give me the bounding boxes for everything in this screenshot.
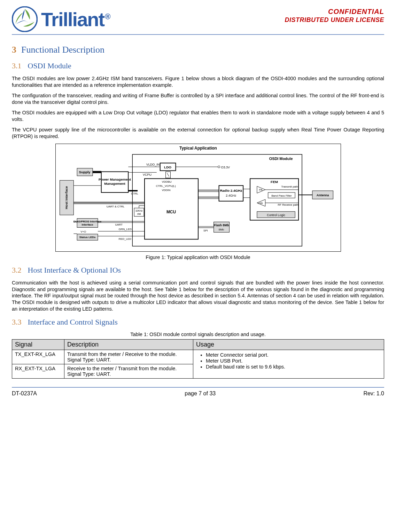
svg-text:UART & CTRL: UART & CTRL xyxy=(106,205,124,208)
svg-text:SPI: SPI xyxy=(203,229,208,233)
footer-doc-id: DT-0237A xyxy=(12,390,37,397)
table-1-caption: Table 1: OSDI module control signals des… xyxy=(12,332,384,337)
figure-1: Typical Application OSDI Module Host Int… xyxy=(12,144,384,253)
usage-item: Meter USB Port. xyxy=(206,358,381,364)
cell-signal: TX_EXT-RX_LGA xyxy=(12,350,64,364)
svg-text:Control Logic: Control Logic xyxy=(267,213,285,217)
svg-text:Supply: Supply xyxy=(79,170,91,174)
svg-text:V+O: V+O xyxy=(80,230,86,234)
svg-text:Status LEDs: Status LEDs xyxy=(79,236,95,239)
svg-text:Radio 2.4GHz: Radio 2.4GHz xyxy=(220,189,242,192)
svg-text:Host Interface: Host Interface xyxy=(64,186,68,210)
svg-text:O3.3V: O3.3V xyxy=(221,166,230,169)
svg-text:VDDIN: VDDIN xyxy=(162,189,170,192)
svg-point-0 xyxy=(12,7,37,31)
logo-block: Trilliant® xyxy=(12,6,110,32)
svg-text:MCU: MCU xyxy=(166,210,176,214)
figure-1-caption: Figure 1: Typical application with OSDI … xyxy=(12,254,384,260)
svg-text:UART: UART xyxy=(115,223,123,227)
svg-text:OSDI Module: OSDI Module xyxy=(269,157,293,161)
logo-text: Trilliant® xyxy=(41,8,110,31)
svg-text:xtal: xtal xyxy=(137,213,141,215)
heading-3-1: 3.1OSDI Module xyxy=(12,61,384,70)
svg-text:32KHz: 32KHz xyxy=(135,210,142,212)
th-usage: Usage xyxy=(193,340,384,350)
svg-text:VLDO_IN: VLDO_IN xyxy=(146,163,159,166)
svg-text:Band Pass Filter: Band Pass Filter xyxy=(271,194,292,197)
paragraph: The OSDI modules are low power 2.4GHz IS… xyxy=(12,75,384,88)
table-1: Signal Description Usage TX_EXT-RX_LGA T… xyxy=(12,339,384,379)
svg-text:Antenna: Antenna xyxy=(316,193,329,197)
svg-text:Interface: Interface xyxy=(81,223,93,227)
svg-text:LNA: LNA xyxy=(258,202,263,204)
heading-3-3: 3.3Interface and Control Signals xyxy=(12,318,384,327)
cell-signal: RX_EXT-TX_LGA xyxy=(12,364,64,379)
confidential-label: CONFIDENTIAL xyxy=(285,8,384,16)
paragraph: The configuration of the transceiver, re… xyxy=(12,92,384,105)
footer-rev: Rev: 1.0 xyxy=(363,390,384,397)
cell-description: Receive to the meter / Transmit from the… xyxy=(64,364,193,379)
usage-item: Default baud rate is set to 9.6 kbps. xyxy=(206,364,381,370)
trilliant-logo-icon xyxy=(12,6,38,32)
svg-text:Flash 8Mb: Flash 8Mb xyxy=(213,224,229,227)
svg-text:DIAG/PROG Interface: DIAG/PROG Interface xyxy=(73,220,101,223)
svg-text:VCPU: VCPU xyxy=(143,173,152,177)
th-signal: Signal xyxy=(12,340,64,350)
svg-point-26 xyxy=(218,166,220,168)
svg-text:Transmit path: Transmit path xyxy=(281,185,298,189)
cell-usage: Meter Connector serial port. Meter USB P… xyxy=(193,350,384,379)
page-footer: DT-0237A page 7 of 33 Rev: 1.0 xyxy=(12,390,384,397)
svg-text:RED_LED: RED_LED xyxy=(118,238,131,241)
svg-text:VDDBU: VDDBU xyxy=(162,181,171,184)
licensed-label: DISTRIBUTED UNDER LICENSE xyxy=(285,16,384,24)
footer-page-number: page 7 of 33 xyxy=(185,390,216,397)
table-row: TX_EXT-RX_LGA Transmit from the meter / … xyxy=(12,350,384,364)
paragraph: Communication with the host is achieved … xyxy=(12,280,384,312)
paragraph: The VCPU power supply line of the microc… xyxy=(12,127,384,139)
th-description: Description xyxy=(64,340,193,350)
heading-3-2: 3.2Host Interface & Optional IOs xyxy=(12,266,384,275)
svg-text:Management: Management xyxy=(104,182,125,186)
svg-text:CTRL: CTRL xyxy=(131,192,138,195)
svg-text:8Mb: 8Mb xyxy=(218,228,224,231)
svg-text:RF Receive path: RF Receive path xyxy=(278,203,298,206)
classification-block: CONFIDENTIAL DISTRIBUTED UNDER LICENSE xyxy=(285,8,384,24)
svg-text:GRN_LED: GRN_LED xyxy=(118,228,132,231)
header-rule xyxy=(12,34,384,35)
cell-description: Transmit from the meter / Receive to the… xyxy=(64,350,193,364)
svg-text:FEM: FEM xyxy=(271,180,278,184)
paragraph: The OSDI modules are equipped with a Low… xyxy=(12,109,384,122)
svg-text:PA: PA xyxy=(259,189,263,192)
svg-rect-28 xyxy=(145,179,198,240)
svg-rect-48 xyxy=(219,186,243,202)
footer-rule xyxy=(12,387,384,388)
svg-text:LDO: LDO xyxy=(164,165,171,169)
page-header: Trilliant® CONFIDENTIAL DISTRIBUTED UNDE… xyxy=(12,6,384,32)
svg-text:CTRL_VCPU(L): CTRL_VCPU(L) xyxy=(156,185,176,188)
usage-item: Meter Connector serial port. xyxy=(206,352,381,358)
svg-text:2.4GHz: 2.4GHz xyxy=(226,194,236,197)
svg-text:Power Management: Power Management xyxy=(98,178,131,182)
svg-text:Typical Application: Typical Application xyxy=(179,146,217,151)
heading-3: 3Functional Description xyxy=(12,45,384,55)
